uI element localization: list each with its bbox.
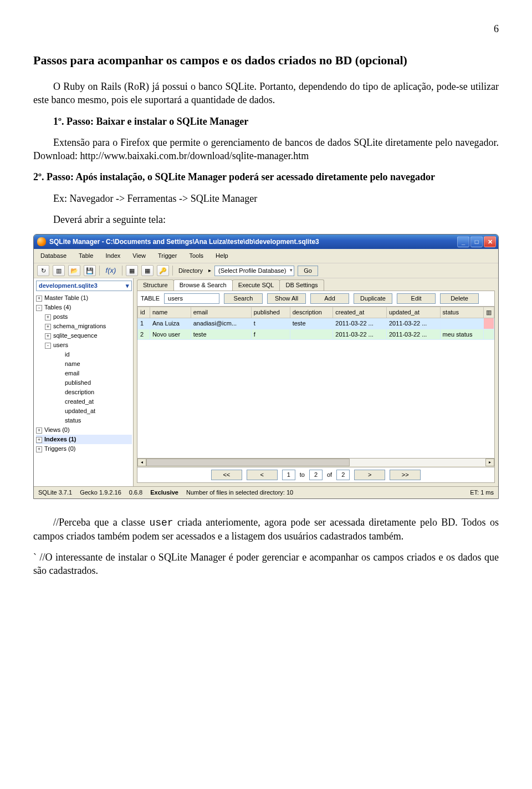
table-row[interactable]: 2 Novo user teste f 2011-03-22 ... 2011-… <box>138 329 494 340</box>
scroll-right-icon[interactable]: ▸ <box>485 459 494 466</box>
status-files: Number of files in selected directory: 1… <box>186 488 293 497</box>
col-header-description[interactable]: description <box>290 307 333 318</box>
directory-label: Directory <box>176 267 205 275</box>
col-published[interactable]: published <box>65 378 132 388</box>
duplicate-button[interactable]: Duplicate <box>354 293 392 304</box>
col-header-updated-at[interactable]: updated_at <box>386 307 440 318</box>
menu-trigger[interactable]: Trigger <box>156 251 179 261</box>
example-line: Ex: Navegador -> Ferramentas -> SQLite M… <box>33 192 499 205</box>
data-grid-container: id name email published description crea… <box>137 307 495 467</box>
step-2: 2º. Passo: Após instalação, o SQLite Man… <box>33 170 499 184</box>
tree-master[interactable]: +Master Table (1) <box>36 293 132 303</box>
paragraph: O Ruby on Rails (RoR) já possui o banco … <box>33 80 499 107</box>
go-button[interactable]: Go <box>298 266 318 276</box>
tab-browse[interactable]: Browse & Search <box>173 279 233 291</box>
col-header-published[interactable]: published <box>251 307 290 318</box>
col-header-name[interactable]: name <box>150 307 191 318</box>
first-page-button[interactable]: << <box>211 470 242 480</box>
window-title: SQLite Manager - C:\Documents and Settin… <box>49 237 319 246</box>
tab-bar: Structure Browse & Search Execute SQL DB… <box>134 279 498 291</box>
col-created-at[interactable]: created_at <box>65 397 132 406</box>
col-header-created-at[interactable]: created_at <box>333 307 387 318</box>
tab-execute[interactable]: Execute SQL <box>232 279 280 291</box>
col-header-status[interactable]: status <box>440 307 483 318</box>
directory-arrow-icon[interactable]: ▸ <box>208 267 211 274</box>
last-page-button[interactable]: >> <box>390 470 421 480</box>
tree-table-users[interactable]: -users id name email published descripti… <box>45 340 132 425</box>
paragraph: //Perceba que a classe user criada anter… <box>33 516 499 543</box>
grid-red-icon[interactable]: ▦ <box>141 265 154 276</box>
new-db-icon[interactable]: ▥ <box>53 265 65 276</box>
tree-table-schema[interactable]: +schema_migrations <box>45 322 132 331</box>
add-button[interactable]: Add <box>310 293 349 304</box>
col-email[interactable]: email <box>65 369 132 378</box>
close-button[interactable]: ✕ <box>484 236 496 247</box>
table-label: TABLE <box>141 294 160 303</box>
scroll-thumb[interactable] <box>146 459 350 466</box>
chevron-down-icon: ▾ <box>126 282 129 290</box>
col-header-email[interactable]: email <box>191 307 251 318</box>
menu-table[interactable]: Table <box>76 251 95 261</box>
delete-button[interactable]: Delete <box>440 293 479 304</box>
status-ext-ver: 0.6.8 <box>129 488 142 497</box>
header-row: id name email published description crea… <box>138 307 494 318</box>
open-db-icon[interactable]: 📂 <box>68 265 80 276</box>
tree-table-sequence[interactable]: +sqlite_sequence <box>45 331 132 340</box>
table-select[interactable]: users <box>164 293 219 304</box>
function-icon[interactable]: f(x) <box>103 265 119 276</box>
status-gecko: Gecko 1.9.2.16 <box>80 488 121 497</box>
paragraph: Extensão para o Firefox que permite o ge… <box>33 136 499 163</box>
col-updated-at[interactable]: updated_at <box>65 406 132 416</box>
menu-bar: Database Table Index View Trigger Tools … <box>34 249 498 263</box>
menu-database[interactable]: Database <box>38 251 69 261</box>
tree-views[interactable]: +Views (0) <box>36 425 132 435</box>
edit-button[interactable]: Edit <box>397 293 436 304</box>
menu-view[interactable]: View <box>130 251 148 261</box>
grid-icon[interactable]: ▦ <box>126 265 138 276</box>
menu-help[interactable]: Help <box>213 251 231 261</box>
section-heading: Passos para acompanhar os campos e os da… <box>33 52 499 69</box>
page-from[interactable]: 1 <box>282 470 295 480</box>
caption: Deverá abrir a seguinte tela: <box>33 213 499 226</box>
next-page-button[interactable]: > <box>354 470 385 480</box>
col-id[interactable]: id <box>65 350 132 359</box>
sqlite-manager-window: SQLite Manager - C:\Documents and Settin… <box>33 234 499 498</box>
maximize-button[interactable]: □ <box>470 236 483 247</box>
column-picker-icon[interactable]: ▥ <box>484 307 494 318</box>
step-1-label: 1º. Passo: Baixar e instalar o SQLite Ma… <box>53 116 248 127</box>
key-icon[interactable]: 🔑 <box>157 265 169 276</box>
text-prefix: //Perceba que a classe <box>53 517 149 528</box>
pager: << < 1 to 2 of 2 > >> <box>137 467 495 483</box>
status-sqlite-ver: SQLite 3.7.1 <box>38 488 72 497</box>
table-row[interactable]: 1 Ana Luiza anadiasi@icm... t teste 2011… <box>138 318 494 329</box>
tab-structure[interactable]: Structure <box>137 279 174 291</box>
showall-button[interactable]: Show All <box>267 293 306 304</box>
refresh-icon[interactable]: ↻ <box>37 265 49 276</box>
col-description[interactable]: description <box>65 388 132 397</box>
tree-triggers[interactable]: +Triggers (0) <box>36 444 132 454</box>
tab-settings[interactable]: DB Settings <box>279 279 324 291</box>
col-status[interactable]: status <box>65 416 132 425</box>
title-bar: SQLite Manager - C:\Documents and Settin… <box>34 235 498 249</box>
tree-indexes[interactable]: +Indexes (1) <box>36 435 132 444</box>
browse-toolbar: TABLE users Search Show All Add Duplicat… <box>137 291 495 307</box>
menu-tools[interactable]: Tools <box>187 251 206 261</box>
scroll-left-icon[interactable]: ◂ <box>137 459 146 466</box>
menu-index[interactable]: Index <box>103 251 122 261</box>
horizontal-scrollbar[interactable]: ◂ ▸ <box>137 458 494 467</box>
page-to[interactable]: 2 <box>309 470 323 480</box>
search-button[interactable]: Search <box>224 293 263 304</box>
db-select[interactable]: development.sqlite3▾ <box>36 281 132 291</box>
minimize-button[interactable]: _ <box>457 236 469 247</box>
sidebar: development.sqlite3▾ +Master Table (1) -… <box>34 278 134 486</box>
save-icon[interactable]: 💾 <box>84 265 96 276</box>
step-1: 1º. Passo: Baixar e instalar o SQLite Ma… <box>33 115 499 128</box>
col-name[interactable]: name <box>65 359 132 369</box>
app-icon <box>37 237 46 246</box>
prev-page-button[interactable]: < <box>247 470 278 480</box>
profile-select[interactable]: (Select Profile Database) <box>214 266 294 276</box>
data-grid: id name email published description crea… <box>137 307 494 340</box>
col-header-id[interactable]: id <box>138 307 150 318</box>
tree-tables[interactable]: -Tables (4) +posts +schema_migrations +s… <box>36 303 132 425</box>
tree-table-posts[interactable]: +posts <box>45 312 132 322</box>
